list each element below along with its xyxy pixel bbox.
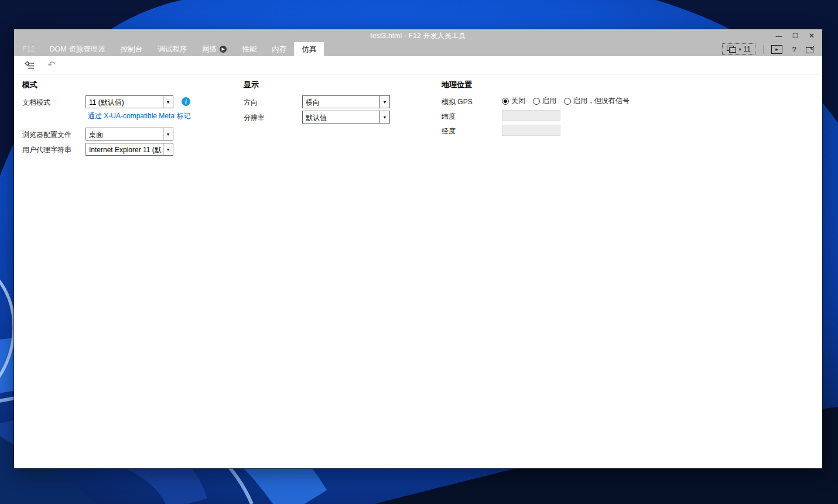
document-mode-label: 文档模式 <box>22 98 50 108</box>
document-mode-select[interactable]: 11 (默认值) ▾ <box>85 95 173 108</box>
user-agent-value: Internet Explorer 11 (默认) <box>89 145 162 155</box>
window-controls: — ☐ ✕ <box>771 29 820 42</box>
latitude-input[interactable] <box>502 110 560 121</box>
x-ua-compatible-link[interactable]: 通过 X-UA-compatible Meta 标记 <box>88 111 190 121</box>
unpin-window-icon[interactable] <box>806 46 815 53</box>
tab-debugger[interactable]: 调试程序 <box>150 42 194 56</box>
gps-option-on[interactable]: 启用 <box>533 96 556 106</box>
longitude-label: 经度 <box>442 126 456 136</box>
browser-profile-value: 桌面 <box>89 130 162 140</box>
tab-label: 仿真 <box>302 44 316 54</box>
close-button[interactable]: ✕ <box>803 29 820 42</box>
chevron-down-icon: ▾ <box>739 47 741 52</box>
gps-option-off[interactable]: 关闭 <box>502 96 525 106</box>
document-mode-value: 11 (默认值) <box>89 98 162 108</box>
display-section-heading: 显示 <box>244 80 259 90</box>
radio-selected-icon <box>502 98 509 105</box>
chevron-down-icon: ▾ <box>163 96 173 108</box>
geolocation-section-heading: 地理位置 <box>442 80 472 90</box>
tab-label: 网络 <box>202 44 217 54</box>
tab-performance[interactable]: 性能 <box>234 42 264 56</box>
monitor-icon <box>727 46 737 53</box>
user-agent-select[interactable]: Internet Explorer 11 (默认) ▾ <box>85 143 173 156</box>
tab-memory[interactable]: 内存 <box>264 42 294 56</box>
tab-label: 控制台 <box>121 44 143 54</box>
document-mode-number: 11 <box>744 45 751 53</box>
longitude-input[interactable] <box>502 125 560 136</box>
orientation-select[interactable]: 横向 ▾ <box>302 95 390 108</box>
chevron-down-icon: ▾ <box>379 111 389 123</box>
tab-console[interactable]: 控制台 <box>113 42 151 56</box>
tab-label: 内存 <box>272 44 286 54</box>
orientation-label: 方向 <box>244 98 258 108</box>
resolution-value: 默认值 <box>306 113 378 123</box>
radio-icon <box>564 98 571 105</box>
tab-network[interactable]: 网络 ▶ <box>194 42 234 56</box>
radio-label: 启用 <box>542 96 556 106</box>
maximize-button[interactable]: ☐ <box>787 29 803 42</box>
network-record-icon: ▶ <box>220 46 227 53</box>
reset-emulation-settings-icon[interactable]: ↶ <box>46 60 57 70</box>
document-mode-indicator[interactable]: ▾ 11 <box>722 43 755 55</box>
mode-section-heading: 模式 <box>22 80 37 90</box>
browser-profile-select[interactable]: 桌面 ▾ <box>85 128 173 140</box>
tabbar-right-cluster: ▾ 11 ▸ ? <box>722 42 822 56</box>
f12-logo: F12 <box>22 42 42 56</box>
devtools-tabbar: F12 DOM 资源管理器 控制台 调试程序 网络 ▶ 性能 内存 仿真 ▾ 1… <box>14 42 822 56</box>
radio-icon <box>533 98 540 105</box>
tab-label: DOM 资源管理器 <box>50 44 105 54</box>
gps-radio-group: 关闭 启用 启用，但没有信号 <box>502 96 630 106</box>
help-button[interactable]: ? <box>790 45 798 54</box>
divider <box>763 45 764 54</box>
browser-profile-label: 浏览器配置文件 <box>22 130 71 140</box>
tab-dom-explorer[interactable]: DOM 资源管理器 <box>42 42 113 56</box>
info-icon[interactable]: i <box>182 97 190 106</box>
chevron-down-icon: ▾ <box>163 128 173 140</box>
show-console-button[interactable]: ▸ <box>771 45 782 54</box>
tab-emulation[interactable]: 仿真 <box>294 42 324 56</box>
tab-label: 调试程序 <box>158 44 187 54</box>
user-agent-label: 用户代理字符串 <box>22 145 71 155</box>
emulation-toolbar: ↶ <box>14 56 822 74</box>
f12-devtools-window: test3.html - F12 开发人员工具 — ☐ ✕ F12 DOM 资源… <box>14 29 822 468</box>
minimize-button[interactable]: — <box>771 29 787 42</box>
chevron-down-icon: ▾ <box>379 96 389 108</box>
window-title: test3.html - F12 开发人员工具 <box>370 31 466 41</box>
resolution-select[interactable]: 默认值 ▾ <box>302 111 390 124</box>
chevron-down-icon: ▾ <box>163 143 173 155</box>
latitude-label: 纬度 <box>442 112 456 122</box>
titlebar: test3.html - F12 开发人员工具 — ☐ ✕ <box>14 29 822 42</box>
orientation-value: 横向 <box>306 98 378 108</box>
resolution-label: 分辨率 <box>244 113 265 123</box>
radio-label: 启用，但没有信号 <box>573 96 630 106</box>
simulate-gps-label: 模拟 GPS <box>442 97 473 107</box>
emulation-panel: 模式 文档模式 11 (默认值) ▾ i 通过 X-UA-compatible … <box>14 74 822 468</box>
persist-emulation-settings-icon[interactable] <box>24 60 35 70</box>
gps-option-on-no-signal[interactable]: 启用，但没有信号 <box>564 96 630 106</box>
radio-label: 关闭 <box>511 96 525 106</box>
tab-label: 性能 <box>242 44 256 54</box>
